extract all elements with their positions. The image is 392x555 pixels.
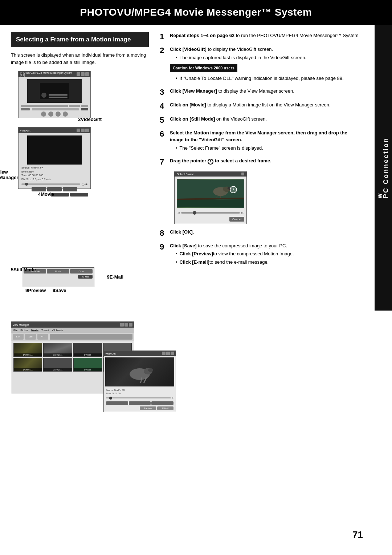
vm-btn3[interactable]: VR	[37, 334, 48, 340]
step4-label: 4Movie	[38, 191, 54, 197]
sf-bird-svg	[177, 179, 244, 208]
section-title: Selecting a Frame from a Motion Image	[11, 32, 149, 47]
caution-box: Caution for Windows 2000 users If "Unabl…	[170, 62, 361, 82]
caution-label: Caution for Windows 2000 users	[170, 64, 237, 72]
minimize-btn[interactable]	[77, 72, 80, 76]
vg-overlay-action-btns: Preview E-Mail	[104, 406, 176, 412]
step4-content: Click on [Movie] to display a Motion ima…	[170, 101, 361, 111]
steps-container: 1 Repeat steps 1~4 on page 62 to run the…	[160, 32, 381, 267]
sb-other-btn[interactable]: Other	[70, 269, 93, 274]
vm-thumb-6[interactable]: DV1002111	[43, 358, 72, 372]
vm-thumb-2[interactable]: DV2002111	[43, 343, 72, 357]
vg-slider-row: ◯ ◉	[19, 182, 90, 186]
sb-movie-btn[interactable]: Movie	[47, 269, 69, 274]
page-header: PHOTOVU/MPEG4 Movie Messenger™ System	[0, 0, 392, 25]
vm-thumb-7[interactable]: DV2002	[73, 358, 102, 372]
vg-save-btn[interactable]	[129, 401, 151, 405]
bird-svg	[123, 360, 156, 384]
photovu-screen	[27, 79, 82, 103]
vm-thumb-5[interactable]: DV2002111	[13, 358, 42, 372]
step-2: 2 Click [VideoGift] to display the Video…	[160, 46, 361, 83]
videogift-overlay: VideoGift	[103, 351, 176, 412]
sf-cancel-btn[interactable]: Cancel	[229, 217, 244, 222]
step2-content: Click [VideoGift] to display the VideoGi…	[170, 46, 361, 83]
pc-connection-label: W PC Connection	[377, 137, 389, 198]
step-9: 9 Click [Save] to save the compressed im…	[160, 242, 361, 267]
step4-num: 4	[160, 101, 168, 111]
step6-num: 6	[160, 129, 168, 153]
sf-slider-thumb[interactable]	[193, 211, 196, 215]
vg-action-btn2[interactable]: E-Mail	[157, 406, 173, 410]
step1-num: 1	[160, 32, 168, 41]
bottom-bar-area: Still Mode Movie Other 9E-Mail 5Still Mo…	[22, 265, 94, 287]
sf-close[interactable]	[241, 173, 244, 175]
close-btn[interactable]	[85, 72, 89, 76]
step9-num: 9	[160, 242, 168, 267]
maximize-btn[interactable]	[81, 72, 85, 76]
vm-btn2[interactable]: Sort	[25, 334, 36, 340]
step7-content: Drag the pointer 1 to select a desired f…	[170, 157, 361, 167]
step1-content: Repeat steps 1~4 on page 62 to run the P…	[170, 32, 361, 41]
vg-preview-btn[interactable]	[106, 401, 128, 405]
step7-num: 7	[160, 157, 168, 167]
step-4: 4 Click on [Movie] to display a Motion i…	[160, 101, 361, 111]
vm-thumb-3[interactable]: DV2002	[73, 343, 102, 357]
sf-title: Select Frame	[177, 173, 194, 176]
vm-path	[50, 334, 132, 340]
vg-close-btn[interactable]	[85, 129, 89, 132]
vg2-close[interactable]	[171, 352, 174, 355]
header-title: PHOTOVU/MPEG4 Movie Messenger™ System	[80, 7, 312, 18]
sf-slider-track[interactable]	[181, 212, 240, 214]
step9e-label: 9E-Mail	[107, 274, 123, 280]
vg2-max[interactable]	[166, 352, 170, 355]
step-6: 6 Select the Motion image from the View …	[160, 129, 361, 153]
vg-overlay-title: VideoGift	[105, 352, 116, 355]
step6-bullet: The "Select Frame" screen is displayed.	[176, 145, 361, 151]
vm-max[interactable]	[124, 323, 128, 327]
pc-connection-sidebar: W PC Connection	[375, 25, 392, 311]
sf-titlebar: Select Frame	[175, 172, 246, 177]
vg-overlay-info: Source: FinePix FX Time: 00:00:00	[104, 388, 176, 396]
vg-overlay-btn-row	[104, 401, 176, 406]
videogift-titlebar: VideoGift	[19, 127, 90, 133]
step2-label: 2VideoGift	[78, 117, 102, 122]
vm-titlebar: View Manager	[11, 322, 134, 328]
step9p-label: 9Preview	[25, 288, 46, 293]
vm-thumb-1[interactable]: DV2002111	[13, 343, 42, 357]
vg-email-btn[interactable]	[151, 401, 173, 405]
vg-btn-row1	[19, 186, 90, 192]
step3-content: Click [View Manager] to display the View…	[170, 88, 361, 97]
vm-close[interactable]	[129, 323, 132, 327]
vg-min-btn[interactable]	[77, 129, 80, 132]
left-column: Selecting a Frame from a Motion Image Th…	[11, 32, 149, 303]
svg-point-2	[148, 368, 153, 372]
vg2-min[interactable]	[162, 352, 166, 355]
step5-num: 5	[160, 116, 168, 125]
step-3: 3 Click [View Manager] to display the Vi…	[160, 88, 361, 97]
vg-action-btn1[interactable]: Preview	[140, 406, 156, 410]
vm-menu: File Picture Movie Transit VR Movie	[11, 328, 134, 333]
caution-bullet: If "Unable To Locate DLL" warning indica…	[176, 75, 361, 82]
pointer-marker: 1	[208, 159, 213, 165]
videogift-screenshot: VideoGift Source: FinePix FX Event: Buy …	[18, 127, 91, 189]
step-8: 8 Click [OK].	[160, 228, 361, 238]
step2-num: 2	[160, 46, 168, 83]
section-description: This screen is displayed when an individ…	[11, 52, 149, 66]
vm-min[interactable]	[120, 323, 124, 327]
sf-buttons: Cancel	[175, 216, 246, 224]
step9-content: Click [Save] to save the compressed imag…	[170, 242, 361, 267]
top-title-text: PHOTOVU/MPEG4 Movie Messenger System [2.…	[20, 72, 76, 77]
step2-bullet: The image captured last is displayed in …	[176, 54, 361, 61]
select-frame-area: Select Frame	[174, 171, 361, 224]
frame-pointer: 1	[230, 186, 237, 193]
vg-info: Source: FinePix FX Event: Buy Time: 00:0…	[19, 165, 90, 182]
top-screenshot: PHOTOVU/MPEG4 Movie Messenger System [2.…	[15, 71, 91, 120]
sb-email-btn[interactable]: 9E-Mail	[78, 275, 93, 279]
vm-title: View Manager	[13, 324, 119, 326]
step-1: 1 Repeat steps 1~4 on page 62 to run the…	[160, 32, 361, 41]
vm-btn1[interactable]: Sort	[13, 334, 24, 340]
vg-max-btn[interactable]	[81, 129, 85, 132]
vg-overlay-titlebar: VideoGift	[104, 351, 176, 356]
step8-content: Click [OK].	[170, 228, 361, 238]
sb-btn-row2: 9E-Mail	[22, 274, 94, 279]
